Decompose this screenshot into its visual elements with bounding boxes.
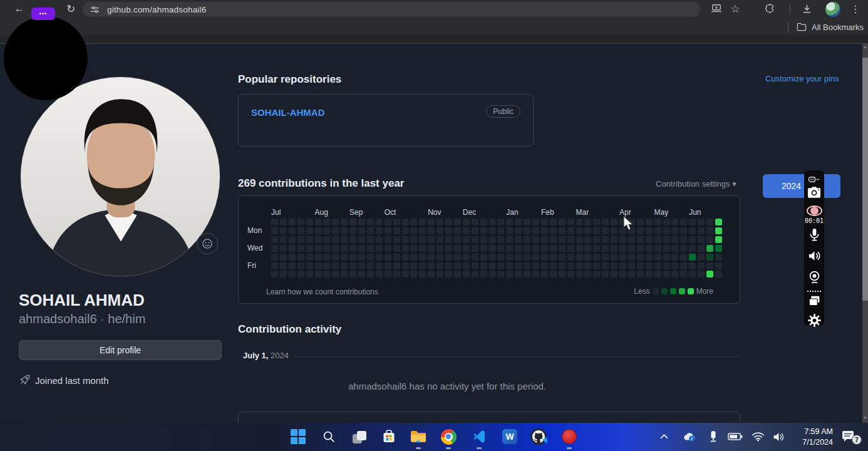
- contrib-cell[interactable]: [445, 262, 452, 269]
- contrib-cell[interactable]: [437, 219, 443, 226]
- scrollbar-thumb[interactable]: [862, 58, 868, 301]
- contrib-cell[interactable]: [402, 262, 409, 269]
- contrib-cell[interactable]: [332, 262, 339, 269]
- url-bar[interactable]: github.com/ahmadsohail6: [83, 2, 700, 17]
- contrib-cell[interactable]: [367, 227, 374, 234]
- contrib-cell[interactable]: [480, 271, 487, 277]
- contrib-cell[interactable]: [323, 227, 330, 234]
- contrib-cell[interactable]: [445, 219, 452, 226]
- contrib-cell[interactable]: [280, 245, 287, 252]
- contrib-cell[interactable]: [489, 227, 496, 234]
- contrib-cell[interactable]: [271, 254, 278, 261]
- contrib-cell[interactable]: [271, 245, 278, 252]
- contrib-cell[interactable]: [567, 271, 574, 277]
- battery-tray-icon[interactable]: [728, 429, 743, 444]
- contrib-cell[interactable]: [315, 236, 322, 243]
- contrib-cell[interactable]: [497, 219, 504, 226]
- contrib-cell[interactable]: [611, 219, 617, 226]
- contrib-cell[interactable]: [698, 271, 705, 277]
- gear-icon[interactable]: [807, 313, 822, 330]
- contrib-cell[interactable]: [454, 236, 461, 243]
- contrib-cell[interactable]: [637, 227, 644, 234]
- scroll-up-icon[interactable]: ▲: [862, 45, 868, 49]
- contrib-cell[interactable]: [419, 262, 426, 269]
- contrib-cell[interactable]: [584, 262, 591, 269]
- contrib-cell[interactable]: [611, 271, 617, 277]
- contrib-cell[interactable]: [497, 254, 504, 261]
- extensions-icon[interactable]: [762, 1, 778, 16]
- contrib-cell[interactable]: [532, 236, 539, 243]
- contrib-cell[interactable]: [541, 271, 548, 277]
- contrib-cell[interactable]: [593, 219, 600, 226]
- contrib-cell[interactable]: [341, 236, 348, 243]
- contrib-cell[interactable]: [437, 245, 443, 252]
- contrib-cell[interactable]: [576, 262, 583, 269]
- contrib-cell[interactable]: [698, 236, 705, 243]
- contrib-cell[interactable]: [349, 227, 356, 234]
- contrib-cell[interactable]: [663, 219, 670, 226]
- contrib-cell[interactable]: [593, 245, 600, 252]
- contrib-cell[interactable]: [297, 236, 304, 243]
- contrib-cell[interactable]: [671, 227, 678, 234]
- contrib-cell[interactable]: [567, 227, 574, 234]
- contrib-cell[interactable]: [506, 227, 513, 234]
- contrib-cell[interactable]: [289, 245, 296, 252]
- contrib-cell[interactable]: [611, 236, 617, 243]
- github-desktop-button[interactable]: [527, 425, 550, 448]
- customize-pins-link[interactable]: Customize your pins: [765, 74, 839, 83]
- contrib-cell[interactable]: [437, 262, 443, 269]
- contrib-cell[interactable]: [385, 262, 391, 269]
- contrib-cell[interactable]: [611, 262, 617, 269]
- contrib-cell[interactable]: [619, 271, 626, 277]
- repo-link[interactable]: SOHAIL-AHMAD: [251, 107, 325, 118]
- contrib-cell[interactable]: [437, 227, 443, 234]
- contrib-cell[interactable]: [289, 262, 296, 269]
- contrib-cell[interactable]: [341, 254, 348, 261]
- contrib-cell[interactable]: [593, 254, 600, 261]
- contrib-cell[interactable]: [637, 271, 644, 277]
- contrib-cell[interactable]: [698, 254, 705, 261]
- contrib-cell[interactable]: [497, 262, 504, 269]
- onedrive-tray-icon[interactable]: i: [682, 429, 697, 444]
- contrib-cell[interactable]: [419, 236, 426, 243]
- contrib-cell[interactable]: [584, 219, 591, 226]
- contrib-cell[interactable]: [506, 219, 513, 226]
- contrib-cell[interactable]: [376, 271, 383, 277]
- contrib-cell[interactable]: [593, 236, 600, 243]
- contrib-cell[interactable]: [680, 271, 687, 277]
- file-explorer-button[interactable]: [407, 425, 430, 448]
- contrib-cell[interactable]: [541, 245, 548, 252]
- contrib-cell[interactable]: [428, 254, 435, 261]
- contrib-cell[interactable]: [323, 219, 330, 226]
- contrib-cell[interactable]: [593, 262, 600, 269]
- volume-tray-icon[interactable]: [771, 429, 786, 444]
- contrib-cell[interactable]: [628, 271, 635, 277]
- contrib-cell[interactable]: [480, 254, 487, 261]
- contrib-cell[interactable]: [385, 245, 391, 252]
- contrib-cell[interactable]: [619, 245, 626, 252]
- contrib-cell[interactable]: [628, 262, 635, 269]
- contrib-cell[interactable]: [524, 219, 530, 226]
- contrib-cell[interactable]: [637, 262, 644, 269]
- contrib-settings-dropdown[interactable]: Contribution settings ▾: [656, 179, 736, 189]
- contrib-cell[interactable]: [428, 262, 435, 269]
- contrib-cell[interactable]: [550, 271, 557, 277]
- webcam-menu-button[interactable]: •••: [31, 8, 55, 20]
- contrib-cell[interactable]: [367, 219, 374, 226]
- contrib-cell[interactable]: [445, 245, 452, 252]
- contrib-cell[interactable]: [472, 262, 478, 269]
- contrib-cell[interactable]: [506, 245, 513, 252]
- contrib-cell[interactable]: [297, 219, 304, 226]
- contrib-cell[interactable]: [611, 245, 617, 252]
- contrib-cell[interactable]: [567, 219, 574, 226]
- contrib-cell[interactable]: [437, 236, 443, 243]
- contrib-cell[interactable]: [506, 262, 513, 269]
- contrib-cell[interactable]: [559, 254, 566, 261]
- microphone-icon[interactable]: [807, 227, 822, 244]
- contrib-cell[interactable]: [341, 245, 348, 252]
- contrib-cell[interactable]: [506, 236, 513, 243]
- contrib-cell[interactable]: [472, 219, 478, 226]
- usb-device-tray-icon[interactable]: [706, 429, 721, 444]
- contrib-cell[interactable]: [680, 219, 687, 226]
- contrib-cell[interactable]: [637, 245, 644, 252]
